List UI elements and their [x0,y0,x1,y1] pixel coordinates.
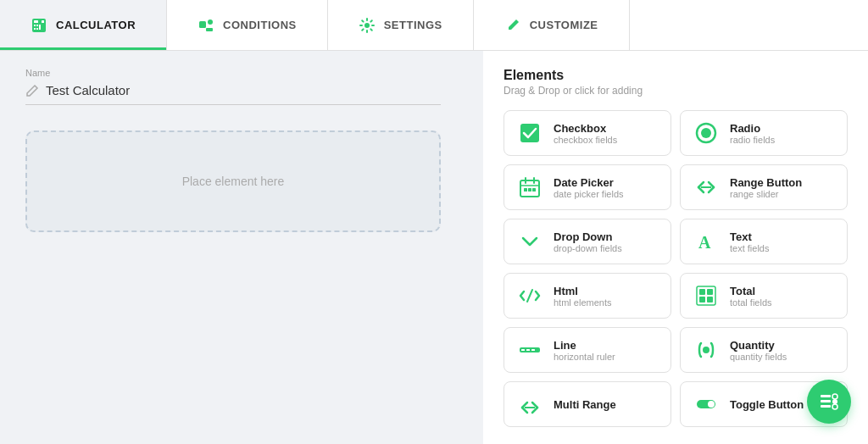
element-date-picker-desc: date picker fields [554,189,624,199]
tab-conditions-label: CONDITIONS [223,19,297,31]
element-line-desc: horizontal ruler [554,352,615,362]
element-total-name: Total [730,285,772,297]
elements-grid: Checkbox checkbox fields Radio radio [504,110,848,427]
svg-rect-22 [532,188,536,191]
svg-point-15 [701,128,711,138]
left-panel: Name Place element here [0,51,483,444]
svg-point-12 [364,23,370,28]
element-radio-text: Radio radio fields [730,122,775,145]
fab-button[interactable] [807,380,851,424]
tab-customize-label: CUSTOMIZE [530,19,598,31]
checkbox-icon [516,119,543,147]
element-checkbox-text: Checkbox checkbox fields [554,122,617,145]
toggle-button-icon [693,391,720,418]
element-quantity-name: Quantity [730,339,787,352]
tab-settings-label: SETTINGS [384,19,442,31]
svg-rect-3 [36,25,38,26]
tab-calculator-label: CALCULATOR [56,19,136,31]
settings-icon [359,17,376,34]
element-range-button-name: Range Button [730,176,802,189]
tab-customize[interactable]: CUSTOMIZE [474,0,630,50]
element-radio-name: Radio [730,122,775,135]
svg-rect-32 [521,349,525,351]
svg-rect-6 [36,28,38,30]
element-drop-down-desc: drop-down fields [554,243,622,253]
tab-bar: CALCULATOR CONDITIONS SETTINGS [0,0,868,51]
element-date-picker-name: Date Picker [554,176,624,189]
svg-point-35 [703,347,709,353]
tab-calculator[interactable]: CALCULATOR [0,0,167,50]
element-multi-range-text: Multi Range [554,398,616,411]
element-checkbox-desc: checkbox fields [554,135,617,145]
name-input[interactable] [46,83,441,97]
svg-rect-34 [531,349,535,351]
svg-rect-39 [821,395,831,397]
svg-point-42 [832,394,837,399]
svg-rect-5 [34,28,36,30]
element-toggle-button-text: Toggle Button [730,398,804,411]
element-range-button-text: Range Button range slider [730,176,802,199]
element-date-picker-text: Date Picker date picker fields [554,176,624,199]
main-content: Name Place element here Elements Drag & … [0,51,868,444]
radio-icon [693,119,720,147]
quantity-icon [693,336,720,364]
element-quantity-text: Quantity quantity fields [730,339,787,362]
element-card-line[interactable]: Line horizontal ruler [504,327,671,373]
svg-rect-30 [707,297,713,302]
element-range-button-desc: range slider [730,189,802,199]
element-card-html[interactable]: Html html elements [504,273,671,319]
svg-rect-28 [707,289,713,295]
element-card-text[interactable]: A Text text fields [680,219,848,264]
element-toggle-button-name: Toggle Button [730,398,804,411]
name-input-row [25,83,441,105]
svg-rect-2 [34,25,36,26]
svg-rect-11 [206,28,213,31]
svg-rect-29 [699,297,705,302]
svg-rect-20 [524,188,527,191]
element-drop-down-name: Drop Down [554,230,622,243]
conditions-icon [198,17,214,34]
element-card-quantity[interactable]: Quantity quantity fields [680,327,848,373]
element-drop-down-text: Drop Down drop-down fields [554,230,622,253]
element-quantity-desc: quantity fields [730,352,787,362]
svg-point-43 [832,399,837,404]
drop-zone[interactable]: Place element here [25,130,441,232]
tab-conditions[interactable]: CONDITIONS [167,0,328,50]
element-text-desc: text fields [730,243,769,253]
total-icon [693,282,720,309]
range-button-icon [693,174,720,201]
element-card-multi-range[interactable]: Multi Range [504,381,671,427]
app-container: CALCULATOR CONDITIONS SETTINGS [0,0,868,444]
element-card-range-button[interactable]: Range Button range slider [680,164,848,210]
name-label: Name [25,68,458,78]
edit-icon [25,84,39,97]
element-total-desc: total fields [730,297,772,308]
svg-point-44 [832,404,837,409]
text-icon: A [693,228,720,255]
svg-rect-27 [699,289,705,295]
element-checkbox-name: Checkbox [554,122,617,135]
svg-line-25 [527,290,532,302]
drop-zone-text: Place element here [182,175,285,188]
element-text-text: Text text fields [730,230,769,253]
line-icon [516,336,543,364]
html-icon [516,282,543,309]
svg-rect-10 [208,19,213,25]
date-picker-icon [516,174,543,201]
drop-down-icon [516,228,543,255]
element-card-drop-down[interactable]: Drop Down drop-down fields [504,219,671,264]
element-card-total[interactable]: Total total fields [680,273,848,319]
element-text-name: Text [730,230,769,243]
svg-rect-1 [34,20,38,23]
element-card-checkbox[interactable]: Checkbox checkbox fields [504,110,671,156]
element-card-date-picker[interactable]: Date Picker date picker fields [504,164,671,210]
element-line-text: Line horizontal ruler [554,339,615,362]
element-radio-desc: radio fields [730,135,775,145]
element-card-radio[interactable]: Radio radio fields [680,110,848,156]
svg-point-38 [708,401,715,408]
tab-settings[interactable]: SETTINGS [328,0,474,50]
calculator-icon [31,17,47,34]
elements-subtitle: Drag & Drop or click for adding [504,85,848,97]
svg-text:A: A [698,233,711,252]
element-total-text: Total total fields [730,285,772,308]
